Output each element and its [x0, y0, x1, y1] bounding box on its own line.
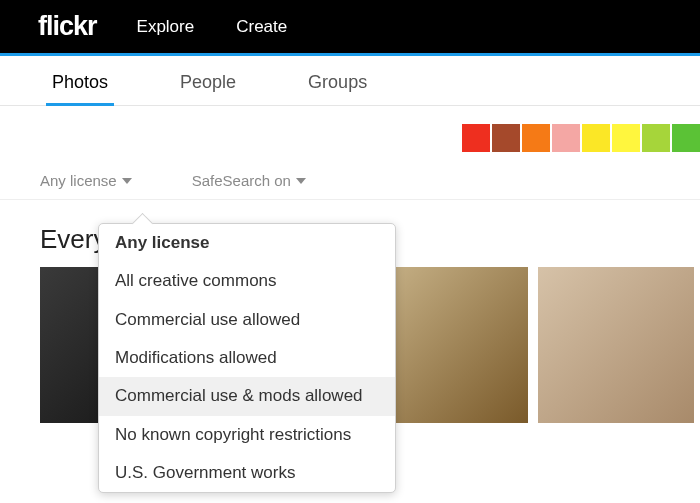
nav-explore[interactable]: Explore [137, 17, 195, 37]
chevron-down-icon [296, 178, 306, 184]
color-swatch-green[interactable] [672, 124, 700, 152]
chevron-down-icon [122, 178, 132, 184]
color-swatch-red[interactable] [462, 124, 490, 152]
color-swatch-light-yellow[interactable] [612, 124, 640, 152]
license-option-any[interactable]: Any license [99, 224, 395, 262]
color-swatch-light-green[interactable] [642, 124, 670, 152]
tab-people[interactable]: People [176, 72, 240, 105]
license-option-cc[interactable]: All creative commons [99, 262, 395, 300]
color-swatch-yellow[interactable] [582, 124, 610, 152]
top-navbar: flickr Explore Create [0, 0, 700, 56]
photo-thumbnail[interactable] [538, 267, 694, 423]
tab-groups[interactable]: Groups [304, 72, 371, 105]
license-option-mods[interactable]: Modifications allowed [99, 339, 395, 377]
license-option-commercial[interactable]: Commercial use allowed [99, 301, 395, 339]
license-filter[interactable]: Any license [40, 172, 132, 189]
nav-create[interactable]: Create [236, 17, 287, 37]
safesearch-filter[interactable]: SafeSearch on [192, 172, 306, 189]
color-filter-strip [0, 106, 700, 162]
color-swatch-orange[interactable] [522, 124, 550, 152]
sub-navbar: Photos People Groups [0, 56, 700, 106]
color-swatch-brown[interactable] [492, 124, 520, 152]
filter-bar: Any license SafeSearch on [0, 162, 700, 200]
license-option-commercial-mods[interactable]: Commercial use & mods allowed [99, 377, 395, 415]
tab-photos[interactable]: Photos [48, 72, 112, 105]
license-option-us-gov[interactable]: U.S. Government works [99, 454, 395, 492]
license-option-no-copyright[interactable]: No known copyright restrictions [99, 416, 395, 454]
safesearch-filter-label: SafeSearch on [192, 172, 291, 189]
color-swatch-pink[interactable] [552, 124, 580, 152]
flickr-logo[interactable]: flickr [38, 11, 97, 42]
license-filter-label: Any license [40, 172, 117, 189]
license-dropdown: Any license All creative commons Commerc… [98, 223, 396, 493]
